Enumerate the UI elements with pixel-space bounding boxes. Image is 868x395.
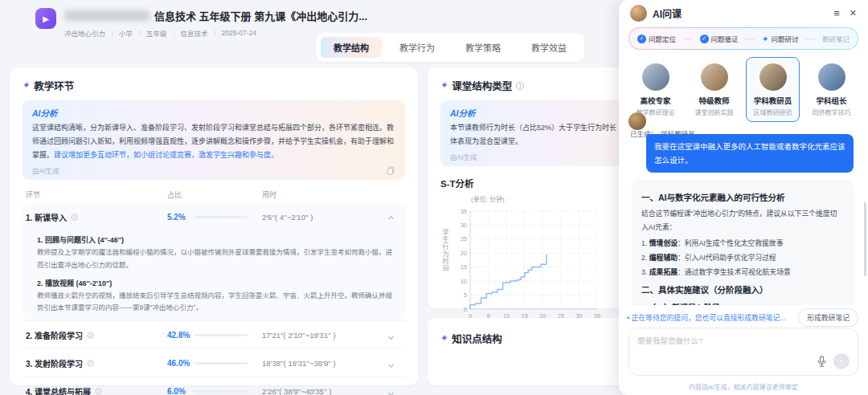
ai-analysis-label: AI分析 — [32, 107, 395, 119]
stage-percent: 42.8% — [167, 331, 190, 340]
redacted-school-name — [64, 10, 149, 21]
tab-teaching-strategy[interactable]: 教学策略 — [452, 37, 514, 58]
page-title: 信息技术 五年级下册 第九课《冲出地心引力... — [154, 8, 367, 23]
sparkle-icon: ✦ — [440, 333, 448, 344]
stage-row-expanded: 1. 新课导入 5.2% 2'6''( 4''~2'10'' ) 1. 回顾与问… — [23, 204, 405, 320]
chat-area: 我要在这堂课中融入更多的人工智能或者数字化元素应该怎么设计。 一、AI与数字化元… — [628, 112, 862, 305]
card-title: 教学环节 — [34, 78, 74, 93]
persona-name: 学科组长 — [816, 95, 846, 106]
app-logo-icon: ▶ — [35, 8, 56, 29]
answer-heading: 一、AI与数字化元素融入的可行性分析 — [641, 191, 844, 203]
tab-teaching-behavior[interactable]: 教学行为 — [387, 37, 448, 58]
tab-teaching-structure[interactable]: 教学结构 — [321, 37, 382, 58]
tag-separator — [215, 30, 215, 36]
step-connector — [745, 39, 755, 39]
page: ▶ 信息技术 五年级下册 第九课《冲出地心引力... 冲出地心引力 小学 五年级… — [0, 0, 868, 395]
tag-separator — [174, 30, 174, 36]
detail-title: 2. 播放视频 (46''-2'10'') — [37, 278, 394, 288]
persona-avatar — [760, 63, 787, 91]
table-row[interactable]: 1. 新课导入 5.2% 2'6''( 4''~2'10'' ) — [23, 206, 405, 228]
form-note-button[interactable]: 形成教研笔记 — [798, 308, 858, 327]
stage-name: 2. 准备阶段学习 — [26, 329, 83, 341]
persona-avatar — [642, 63, 669, 91]
stage-time: 2'6''( 4''~2'10'' ) — [262, 213, 389, 222]
tab-teaching-effect[interactable]: 教学效益 — [518, 37, 579, 58]
stage-play-icon[interactable] — [71, 214, 78, 221]
answer-message: 一、AI与数字化元素融入的可行性分析 结合这节编程课“冲出地心引力”的特点，建议… — [632, 180, 854, 305]
percent-bar — [194, 334, 248, 336]
chat-scrollbar[interactable] — [864, 202, 866, 276]
chevron-down-icon[interactable] — [388, 390, 394, 395]
menu-icon[interactable]: ≡ — [833, 7, 840, 19]
stage-play-icon[interactable] — [87, 332, 94, 339]
persona-name: 特级教师 — [698, 95, 729, 106]
table-row[interactable]: 3. 发射阶段学习 46.0% 18'38''( 19'31''~38'9'' … — [23, 348, 405, 377]
svg-text:15: 15 — [461, 263, 467, 271]
ai-analysis-box: AI分析 这堂课结构清晰，分为新课导入、准备阶段学习、发射阶段学习和课堂总结与拓… — [23, 100, 405, 180]
table-row[interactable]: 2. 准备阶段学习 42.8% 17'21''( 2'10''~19'31'' … — [23, 320, 405, 348]
card-title: 课堂结构类型 — [452, 78, 512, 93]
step-label: 问题研讨 — [771, 34, 798, 43]
persona-chat-avatar — [628, 112, 646, 130]
mic-icon[interactable] — [817, 356, 826, 367]
status-bullet-icon: • — [627, 314, 629, 322]
tag: 信息技术 — [181, 28, 208, 38]
stage-percent: 5.2% — [167, 213, 190, 222]
svg-text:5: 5 — [464, 291, 467, 299]
stage-percent: 6.0% — [167, 387, 190, 395]
stage-play-icon[interactable] — [95, 388, 102, 395]
stage-time: 2'26''( 38'9''~40'35'' ) — [262, 387, 389, 395]
svg-text:10: 10 — [461, 278, 467, 285]
step-2[interactable]: ✦问题研讨 — [762, 34, 798, 43]
step-connector — [683, 39, 693, 39]
chevron-down-icon[interactable] — [388, 362, 394, 368]
tag-date: 2025-07-24 — [222, 29, 256, 37]
col-percent: 占比 — [167, 189, 262, 200]
sparkle-icon: ✦ — [440, 80, 448, 91]
table-row[interactable]: 4. 课堂总结与拓展 6.0% 2'26''( 38'9''~40'35'' ) — [23, 377, 405, 395]
svg-text:0: 0 — [464, 306, 467, 313]
tag: 小学 — [119, 28, 133, 38]
tag-separator — [139, 30, 140, 36]
answer-paragraph: 结合这节编程课“冲出地心引力”的特点，建议从以下三个维度切入AI元素： — [641, 207, 844, 234]
step-1[interactable]: ✓问题循证 — [700, 34, 739, 43]
persona-name: 高校专家 — [640, 95, 670, 106]
teaching-stages-card: ✦ 教学环节 AI分析 这堂课结构清晰，分为新课导入、准备阶段学习、发射阶段学习… — [10, 67, 418, 385]
persona-name: 学科教研员 — [754, 95, 792, 106]
svg-text:30: 30 — [461, 222, 467, 229]
stage-percent: 46.0% — [167, 359, 190, 368]
card-title: 知识点结构 — [452, 331, 502, 346]
stage-name: 4. 课堂总结与拓展 — [26, 385, 91, 395]
step-0[interactable]: ✓问题定位 — [637, 34, 676, 43]
stage-details: 1. 回顾与问题引入 (4''-46'') 教师提及上学期学的魔法器和编程小猫的… — [23, 234, 405, 314]
stage-time: 17'21''( 2'10''~19'31'' ) — [262, 331, 389, 340]
step-label: 教研笔记 — [822, 34, 850, 43]
svg-text:35: 35 — [461, 208, 467, 215]
stage-table-header: 环节 占比 用时 — [23, 189, 405, 200]
tag: 冲出地心引力 — [64, 28, 105, 38]
tag: 五年级 — [146, 28, 167, 38]
stage-time: 18'38''( 19'31''~38'9'' ) — [262, 359, 389, 368]
step-3[interactable]: 教研笔记 — [822, 34, 850, 43]
analysis-tabs: 教学结构 教学行为 教学策略 教学效益 — [316, 33, 584, 62]
svg-text:25: 25 — [461, 236, 467, 243]
answer-heading: 二、具体实施建议（分阶段融入） — [641, 283, 844, 295]
col-stage: 环节 — [26, 189, 167, 200]
answer-list-item: 2. 编程辅助：引入AI代码助手优化学习过程 — [641, 250, 844, 265]
close-icon[interactable]: ✕ — [850, 8, 857, 18]
copy-icon[interactable] — [387, 166, 395, 175]
st-chart-plot: 0055101015152020252530303535 — [449, 206, 607, 328]
chevron-up-icon[interactable] — [388, 216, 394, 222]
info-icon[interactable]: i — [516, 82, 524, 90]
progress-steps: ✓问题定位 ✓问题循证 ✦问题研讨 教研笔记 — [628, 27, 858, 50]
ai-disclaimer: 内容由AI生成，相关内容建议老师审定 — [619, 382, 868, 391]
play-icon: ▶ — [43, 14, 49, 23]
header: ▶ 信息技术 五年级下册 第九课《冲出地心引力... 冲出地心引力 小学 五年级… — [35, 8, 367, 38]
stage-play-icon[interactable] — [87, 360, 94, 367]
ai-generated-label: 由AI生成 — [450, 152, 477, 161]
percent-bar — [194, 362, 248, 364]
chevron-down-icon[interactable] — [388, 334, 394, 340]
send-button[interactable]: ↑ — [833, 353, 850, 369]
ai-analysis-suggestion: 建议增加更多互动环节，如小组讨论或竞赛，激发学生兴趣和参与度。 — [54, 151, 278, 159]
step-label: 问题定位 — [649, 34, 676, 43]
